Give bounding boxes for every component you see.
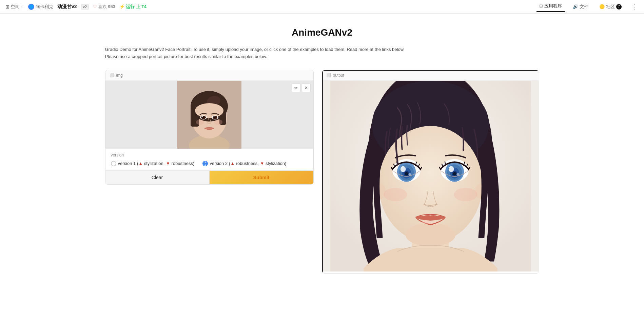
content-columns: ⬜ img: [105, 70, 539, 274]
version2-radio-dot: [203, 162, 205, 165]
main-content: AnimeGANv2 Gradio Demo for AnimeGanv2 Fa…: [85, 14, 560, 287]
input-portrait: [177, 81, 241, 149]
topbar: ⊞ 空间： 🌐 阿卡利克 动漫甘v2 v2 ♡ 喜欢 953 ⚡ 运行 上 T4…: [0, 0, 644, 14]
svg-point-17: [196, 119, 204, 125]
svg-point-16: [214, 116, 215, 117]
space-icon: ⊞: [5, 4, 9, 10]
running-status: ⚡ 运行 上 T4: [119, 4, 147, 10]
input-face-svg: [177, 81, 241, 149]
svg-point-34: [400, 166, 406, 172]
version-label: version: [111, 153, 308, 157]
anime-face-svg: [322, 81, 539, 272]
svg-point-41: [453, 172, 456, 175]
input-panel-label: img: [116, 73, 123, 78]
topbar-right: ⊞ 应用程序 🔊 文件 🟡 社区 7 ⋮: [536, 2, 639, 12]
input-panel-header: ⬜ img: [105, 70, 313, 81]
file-nav-icon: 🔊: [573, 4, 578, 9]
output-panel-header: ⬜ output: [322, 70, 539, 81]
svg-point-15: [202, 116, 203, 117]
nav-file[interactable]: 🔊 文件: [570, 2, 591, 11]
likes-section[interactable]: ♡ 喜欢 953: [93, 4, 115, 10]
right-column: ⬜ output: [322, 70, 539, 274]
image-upload-area[interactable]: ✏ ✕: [105, 81, 313, 149]
bolt-icon: ⚡: [119, 4, 125, 9]
v1-down-arrow: ▼: [166, 161, 170, 166]
submit-button[interactable]: Submit: [210, 171, 313, 184]
svg-point-33: [405, 172, 408, 175]
svg-point-43: [456, 173, 459, 176]
user-avatar[interactable]: 🌐 阿卡利克: [28, 4, 53, 10]
anime-portrait-output: [322, 81, 539, 272]
v1-up-arrow: ▲: [138, 161, 143, 166]
version2-radio[interactable]: [202, 161, 208, 166]
output-icon: ⬜: [326, 73, 331, 77]
user-icon: 🌐: [28, 4, 34, 10]
app-nav-icon: ⊞: [539, 3, 543, 8]
space-label: ⊞ 空间：: [5, 4, 24, 10]
community-count-badge: 7: [616, 4, 622, 10]
page-title: AnimeGANv2: [105, 27, 539, 38]
svg-point-46: [454, 188, 477, 201]
input-panel: ⬜ img: [105, 70, 314, 185]
version2-option[interactable]: version 2 (▲ robustness, ▼ stylization): [202, 161, 286, 166]
output-top-border: [323, 70, 539, 71]
close-image-button[interactable]: ✕: [302, 83, 311, 92]
img-icon: ⬜: [110, 73, 114, 77]
version-radio-group: version 1 (▲ stylization, ▼ robustness) …: [111, 161, 308, 166]
more-menu-button[interactable]: ⋮: [630, 2, 639, 12]
version-section: version version 1 (▲ stylization, ▼ robu…: [105, 149, 313, 170]
edit-image-button[interactable]: ✏: [292, 83, 300, 92]
output-panel-label: output: [333, 73, 344, 78]
nav-community[interactable]: 🟡 社区 7: [597, 2, 624, 11]
topbar-left: ⊞ 空间： 🌐 阿卡利克 动漫甘v2 v2 ♡ 喜欢 953 ⚡ 运行 上 T4: [5, 4, 147, 10]
nav-app[interactable]: ⊞ 应用程序: [536, 2, 565, 12]
version1-radio[interactable]: [111, 161, 116, 166]
output-left-border: [322, 70, 323, 273]
svg-point-42: [448, 166, 454, 172]
version2-text: version 2 (▲ robustness, ▼ stylization): [210, 161, 286, 166]
left-column: ⬜ img: [105, 70, 314, 185]
version1-option[interactable]: version 1 (▲ stylization, ▼ robustness): [111, 161, 195, 166]
clear-button[interactable]: Clear: [105, 171, 210, 184]
v2-up-arrow: ▲: [230, 161, 235, 166]
svg-point-18: [214, 119, 222, 125]
svg-point-45: [384, 188, 407, 201]
svg-point-8: [195, 103, 223, 118]
version1-text: version 1 (▲ stylization, ▼ robustness): [118, 161, 195, 166]
output-panel: ⬜ output: [322, 70, 539, 274]
action-buttons: Clear Submit: [105, 170, 313, 184]
svg-point-44: [422, 220, 432, 224]
heart-icon: ♡: [93, 4, 97, 9]
app-name-link[interactable]: 动漫甘v2: [57, 4, 77, 10]
version-badge: v2: [81, 4, 89, 10]
image-controls: ✏ ✕: [292, 83, 311, 92]
page-description: Gradio Demo for AnimeGanv2 Face Portrait…: [105, 46, 410, 60]
community-icon: 🟡: [599, 4, 605, 9]
svg-point-25: [405, 223, 455, 246]
v2-down-arrow: ▼: [260, 161, 264, 166]
